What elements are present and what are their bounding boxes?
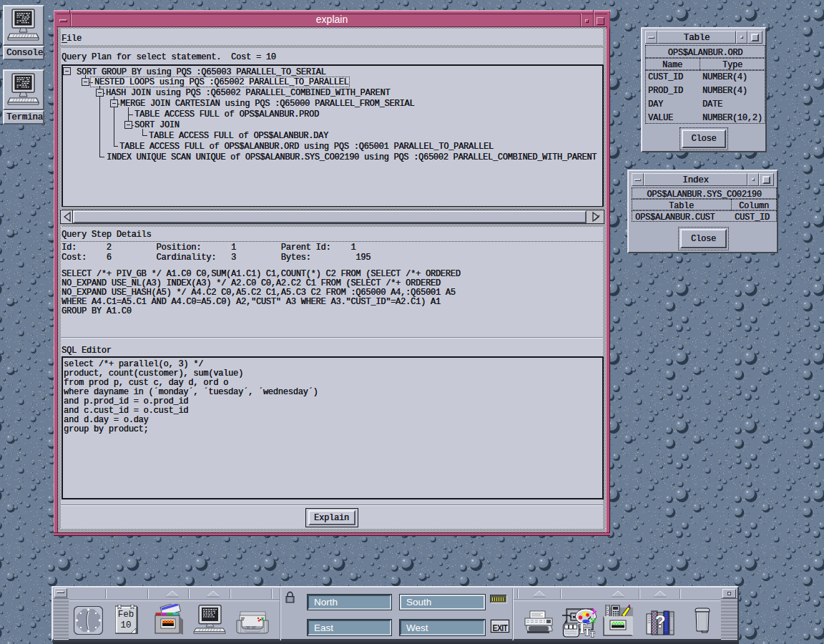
svg-text:?: ? <box>655 612 666 631</box>
svg-text:10: 10 <box>120 620 131 630</box>
svg-text:T: T <box>590 630 595 638</box>
svg-text:Feb: Feb <box>118 610 134 620</box>
